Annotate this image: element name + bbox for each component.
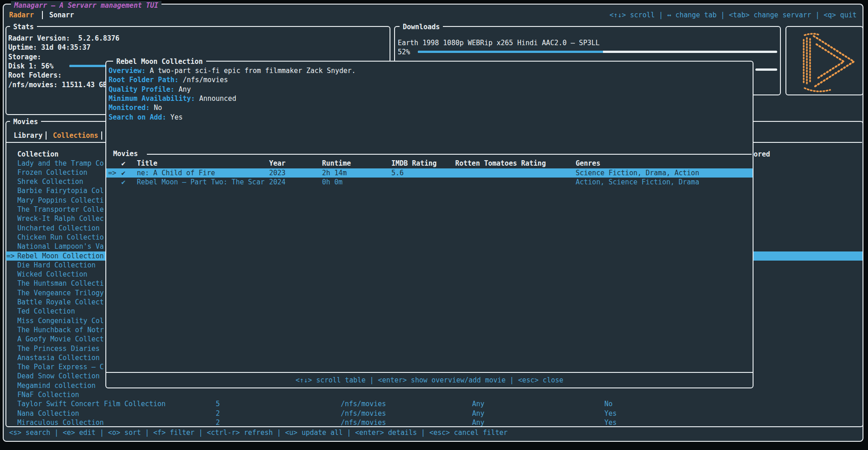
min-availability-label: Minimum Availability: [109,94,195,103]
collection-row[interactable]: FNaF Collection [6,390,863,399]
download-progress-bar [418,51,777,53]
tab-library[interactable]: Library [14,131,42,140]
collection-name: The Transporter Colle [17,205,104,214]
movie-cell: Action, Science Fiction, Drama [576,178,699,187]
bottom-keybindings: <s> search | <e> edit | <o> sort | <f> f… [9,428,508,437]
collection-flag: No [604,399,613,408]
collection-quality-profile: Any [472,418,484,427]
collection-name: Taylor Swift Concert Film Collection [17,399,166,408]
collection-root-folder: /nfs/movies [341,418,386,427]
movies-table-header: ✔TitleYearRuntimeIMDB RatingRotten Tomat… [106,159,753,168]
modal-title: Rebel Moon Collection [113,57,206,66]
modal-min-availability: Minimum Availability:Announced [109,94,236,103]
collection-root-folder: /nfs/movies [341,399,386,408]
collection-name: The Huntsman Collecti [17,279,104,288]
movie-cell: 5.6 [391,168,404,178]
download-progress-fragment [755,68,777,71]
search-on-add-value: Yes [170,113,182,121]
tab-sonarr[interactable]: Sonarr [49,10,74,20]
collection-name: Battle Royale Collect [17,298,104,307]
collection-flag: Yes [604,418,617,427]
movie-cell: ne: A Child of Fire [137,168,215,178]
root-folder-value: /nfs/movies [183,76,228,84]
downloads-panel-title: Downloads [400,22,443,31]
stats-root-folder-value: /nfs/movies: 11511.43 GB [8,80,107,89]
logo-panel [785,26,863,95]
movie-cell: 2023 [269,168,286,178]
movie-cell: Science Fiction, Drama, Action [576,168,699,178]
modal-movies-table-title: Movies [113,149,138,158]
collection-movie-count: 2 [216,409,220,418]
table-header-cell: IMDB Rating [391,159,437,168]
collection-name: Megamind collection [17,381,96,390]
table-header-cell: ✔ [121,159,125,168]
collection-name: The Hunchback of Notr [17,325,104,335]
collection-root-folder: /nfs/movies [341,409,386,418]
top-keybindings: <↑↓> scroll | ↔ change tab | <tab> chang… [609,10,857,20]
monitored-label: Monitored: [109,104,150,112]
stats-storage-label: Storage: [8,52,41,62]
collection-quality-profile: Any [472,399,484,408]
tab-separator [101,131,102,140]
search-on-add-label: Search on Add: [109,113,166,121]
movie-cell: Rebel Moon – Part Two: The Scar [137,178,265,187]
movie-row[interactable]: ✔Rebel Moon – Part Two: The Scar20240h 0… [106,178,753,187]
collection-column-header: Collection [17,150,58,159]
collection-name: Lady and the Tramp Co [17,159,104,168]
collection-name: The Vengeance Trilogy [17,288,104,298]
tab-radarr[interactable]: Radarr [9,10,34,20]
collection-row[interactable]: Nana Collection2/nfs/moviesAnyYes [6,409,863,418]
collection-name: National Lampoon's Va [17,242,104,251]
table-header-cell: Genres [576,159,600,168]
table-header-cell: Rotten Tomatoes Rating [455,159,546,168]
radarr-logo-icon [786,27,863,94]
movie-cell: ✔ [121,168,125,178]
modal-monitored: Monitored:No [109,103,162,112]
monitored-value: No [154,104,162,112]
collection-name: FNaF Collection [17,390,79,399]
collection-name: Frozen Collection [17,168,88,177]
collection-name: Mary Poppins Collecti [17,196,104,205]
tab-separator [42,11,43,19]
collection-row[interactable]: Taylor Swift Concert Film Collection5/nf… [6,399,863,408]
movie-row[interactable]: =>✔ne: A Child of Fire20232h 14m5.6Scien… [106,168,753,178]
stats-panel-title: Stats [10,22,37,31]
selection-arrow: => [108,168,116,178]
modal-root-folder: Root Folder Path:/nfs/movies [109,75,228,84]
table-header-cell: Title [137,159,157,168]
collection-name: Chicken Run Collectio [17,233,104,242]
download-progress-label: 52% [398,47,410,57]
download-progress-fill [418,51,603,53]
collection-row[interactable]: Miraculous Collection2/nfs/moviesAnyYes [6,418,863,427]
tab-collections[interactable]: Collections [53,131,98,140]
collection-name: Anastasia Collection [17,353,100,362]
overview-label: Overview: [109,67,146,75]
collection-name: Wicked Collection [17,270,88,279]
app-title: Managarr – A Servarr management TUI [11,1,161,10]
collection-name: Die Hard Collection [17,261,96,270]
modal-keybindings: <↑↓> scroll table | <enter> show overvie… [106,376,753,385]
modal-overview: Overview:A two-part sci-fi epic from fil… [109,66,356,75]
collection-movie-count: 2 [216,418,220,427]
stats-root-folders-label: Root Folders: [8,71,62,80]
collection-flag: Yes [604,409,617,418]
collection-name: Wreck-It Ralph Collec [17,214,104,223]
movie-cell: 2024 [269,178,286,187]
movie-cell: 0h 0m [322,178,343,187]
collection-name: Rebel Moon Collection [17,251,104,261]
collection-name: Miss Congeniality Col [17,316,104,325]
collection-name: Uncharted Collection [17,224,100,233]
collection-name: Dead Snow Collection [17,372,100,381]
modal-footer-separator [106,372,753,373]
quality-value: Any [179,85,191,94]
collection-name: Nana Collection [17,409,79,418]
download-item-name: Earth 1998 1080p WEBRip x265 Hindi AAC2.… [398,38,600,47]
table-header-cell: Year [269,159,286,168]
collection-movie-count: 5 [216,399,220,408]
modal-search-on-add: Search on Add:Yes [109,113,183,122]
min-availability-value: Announced [199,94,236,103]
table-header-cell: Runtime [322,159,351,168]
collection-name: Shrek Collection [17,177,83,186]
stats-uptime: Uptime: 31d 04:35:37 [8,43,91,52]
stats-version: Radarr Version: 5.2.6.8376 [8,34,120,43]
